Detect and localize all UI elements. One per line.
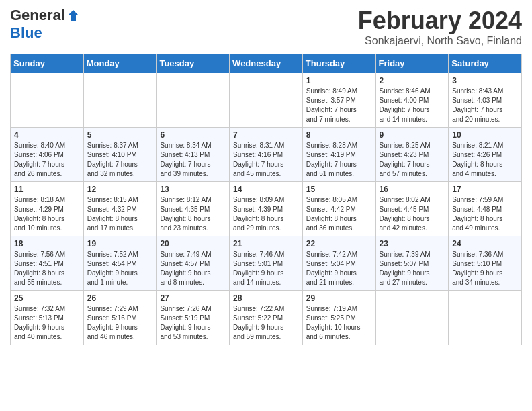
day-cell: [11, 73, 84, 128]
day-number: 20: [160, 239, 226, 248]
day-number: 2: [380, 76, 445, 85]
header-day-tuesday: Tuesday: [157, 54, 230, 73]
day-cell: 14Sunrise: 8:09 AM Sunset: 4:39 PM Dayli…: [230, 182, 303, 236]
day-number: 3: [452, 76, 518, 85]
day-number: 28: [233, 293, 299, 303]
day-number: 29: [306, 293, 372, 303]
day-number: 10: [452, 130, 518, 140]
logo-icon: [66, 9, 80, 22]
day-number: 5: [87, 130, 153, 140]
day-number: 4: [14, 130, 80, 140]
day-cell: 19Sunrise: 7:52 AM Sunset: 4:54 PM Dayli…: [83, 236, 157, 291]
day-info: Sunrise: 7:29 AM Sunset: 5:16 PM Dayligh…: [87, 304, 153, 342]
day-cell: [157, 73, 230, 128]
day-cell: 9Sunrise: 8:25 AM Sunset: 4:23 PM Daylig…: [375, 128, 449, 182]
day-info: Sunrise: 8:18 AM Sunset: 4:29 PM Dayligh…: [14, 195, 80, 233]
day-number: 27: [160, 293, 226, 303]
day-cell: 24Sunrise: 7:36 AM Sunset: 5:10 PM Dayli…: [449, 236, 522, 291]
header-day-sunday: Sunday: [11, 54, 84, 73]
day-cell: 10Sunrise: 8:21 AM Sunset: 4:26 PM Dayli…: [449, 128, 522, 182]
day-cell: 21Sunrise: 7:46 AM Sunset: 5:01 PM Dayli…: [230, 236, 303, 291]
logo-general-text: General: [10, 7, 65, 24]
svg-marker-0: [68, 10, 79, 21]
day-info: Sunrise: 7:36 AM Sunset: 5:10 PM Dayligh…: [452, 250, 518, 287]
day-cell: [230, 73, 303, 128]
day-cell: 13Sunrise: 8:12 AM Sunset: 4:35 PM Dayli…: [157, 182, 230, 236]
day-info: Sunrise: 8:49 AM Sunset: 3:57 PM Dayligh…: [306, 87, 372, 124]
header-day-saturday: Saturday: [449, 54, 522, 73]
week-row-0: 1Sunrise: 8:49 AM Sunset: 3:57 PM Daylig…: [11, 73, 522, 128]
day-info: Sunrise: 8:28 AM Sunset: 4:19 PM Dayligh…: [306, 141, 372, 179]
day-cell: 28Sunrise: 7:22 AM Sunset: 5:22 PM Dayli…: [230, 291, 303, 345]
day-number: 11: [14, 185, 80, 194]
header-day-wednesday: Wednesday: [230, 54, 303, 73]
day-info: Sunrise: 7:19 AM Sunset: 5:25 PM Dayligh…: [306, 304, 372, 342]
day-cell: 23Sunrise: 7:39 AM Sunset: 5:07 PM Dayli…: [375, 236, 449, 291]
day-cell: 17Sunrise: 7:59 AM Sunset: 4:48 PM Dayli…: [449, 182, 522, 236]
day-cell: 15Sunrise: 8:05 AM Sunset: 4:42 PM Dayli…: [302, 182, 375, 236]
day-info: Sunrise: 7:59 AM Sunset: 4:48 PM Dayligh…: [452, 195, 518, 233]
day-cell: 26Sunrise: 7:29 AM Sunset: 5:16 PM Dayli…: [83, 291, 157, 345]
day-info: Sunrise: 8:43 AM Sunset: 4:03 PM Dayligh…: [452, 87, 518, 124]
day-number: 8: [306, 130, 372, 140]
day-number: 25: [14, 293, 80, 303]
day-cell: [449, 291, 522, 345]
day-cell: 25Sunrise: 7:32 AM Sunset: 5:13 PM Dayli…: [11, 291, 84, 345]
day-cell: 4Sunrise: 8:40 AM Sunset: 4:06 PM Daylig…: [11, 128, 84, 182]
day-info: Sunrise: 7:52 AM Sunset: 4:54 PM Dayligh…: [87, 250, 153, 287]
day-cell: 16Sunrise: 8:02 AM Sunset: 4:45 PM Dayli…: [375, 182, 449, 236]
day-number: 22: [306, 239, 372, 248]
day-info: Sunrise: 8:21 AM Sunset: 4:26 PM Dayligh…: [452, 141, 518, 179]
day-number: 9: [380, 130, 445, 140]
day-number: 1: [306, 76, 372, 85]
day-cell: 2Sunrise: 8:46 AM Sunset: 4:00 PM Daylig…: [375, 73, 449, 128]
day-number: 7: [233, 130, 299, 140]
day-info: Sunrise: 7:56 AM Sunset: 4:51 PM Dayligh…: [14, 250, 80, 287]
week-row-4: 25Sunrise: 7:32 AM Sunset: 5:13 PM Dayli…: [11, 291, 522, 345]
day-cell: 7Sunrise: 8:31 AM Sunset: 4:16 PM Daylig…: [230, 128, 303, 182]
day-cell: 18Sunrise: 7:56 AM Sunset: 4:51 PM Dayli…: [11, 236, 84, 291]
day-number: 21: [233, 239, 299, 248]
day-cell: 5Sunrise: 8:37 AM Sunset: 4:10 PM Daylig…: [83, 128, 157, 182]
day-info: Sunrise: 8:02 AM Sunset: 4:45 PM Dayligh…: [380, 195, 445, 233]
day-cell: [375, 291, 449, 345]
day-cell: 1Sunrise: 8:49 AM Sunset: 3:57 PM Daylig…: [302, 73, 375, 128]
day-number: 26: [87, 293, 153, 303]
logo-blue-text: Blue: [10, 24, 42, 41]
day-info: Sunrise: 7:49 AM Sunset: 4:57 PM Dayligh…: [160, 250, 226, 287]
day-info: Sunrise: 8:46 AM Sunset: 4:00 PM Dayligh…: [380, 87, 445, 124]
day-number: 17: [452, 185, 518, 194]
day-info: Sunrise: 7:22 AM Sunset: 5:22 PM Dayligh…: [233, 304, 299, 342]
week-row-1: 4Sunrise: 8:40 AM Sunset: 4:06 PM Daylig…: [11, 128, 522, 182]
page: General Blue February 2024 Sonkajaervi, …: [0, 0, 532, 352]
calendar-table: SundayMondayTuesdayWednesdayThursdayFrid…: [10, 54, 522, 345]
day-number: 6: [160, 130, 226, 140]
day-number: 13: [160, 185, 226, 194]
month-title: February 2024: [358, 7, 522, 35]
header: General Blue February 2024 Sonkajaervi, …: [10, 7, 522, 47]
day-info: Sunrise: 8:09 AM Sunset: 4:39 PM Dayligh…: [233, 195, 299, 233]
day-number: 12: [87, 185, 153, 194]
day-cell: 22Sunrise: 7:42 AM Sunset: 5:04 PM Dayli…: [302, 236, 375, 291]
day-cell: 12Sunrise: 8:15 AM Sunset: 4:32 PM Dayli…: [83, 182, 157, 236]
day-info: Sunrise: 8:12 AM Sunset: 4:35 PM Dayligh…: [160, 195, 226, 233]
location: Sonkajaervi, North Savo, Finland: [358, 35, 522, 47]
day-info: Sunrise: 7:26 AM Sunset: 5:19 PM Dayligh…: [160, 304, 226, 342]
header-day-thursday: Thursday: [302, 54, 375, 73]
day-info: Sunrise: 7:46 AM Sunset: 5:01 PM Dayligh…: [233, 250, 299, 287]
day-number: 19: [87, 239, 153, 248]
day-info: Sunrise: 7:42 AM Sunset: 5:04 PM Dayligh…: [306, 250, 372, 287]
week-row-3: 18Sunrise: 7:56 AM Sunset: 4:51 PM Dayli…: [11, 236, 522, 291]
title-block: February 2024 Sonkajaervi, North Savo, F…: [358, 7, 522, 47]
day-cell: [83, 73, 157, 128]
day-number: 16: [380, 185, 445, 194]
day-info: Sunrise: 8:40 AM Sunset: 4:06 PM Dayligh…: [14, 141, 80, 179]
day-info: Sunrise: 8:05 AM Sunset: 4:42 PM Dayligh…: [306, 195, 372, 233]
day-cell: 3Sunrise: 8:43 AM Sunset: 4:03 PM Daylig…: [449, 73, 522, 128]
day-number: 23: [380, 239, 445, 248]
day-cell: 20Sunrise: 7:49 AM Sunset: 4:57 PM Dayli…: [157, 236, 230, 291]
day-number: 18: [14, 239, 80, 248]
logo: General Blue: [10, 7, 80, 42]
day-cell: 27Sunrise: 7:26 AM Sunset: 5:19 PM Dayli…: [157, 291, 230, 345]
day-info: Sunrise: 8:37 AM Sunset: 4:10 PM Dayligh…: [87, 141, 153, 179]
